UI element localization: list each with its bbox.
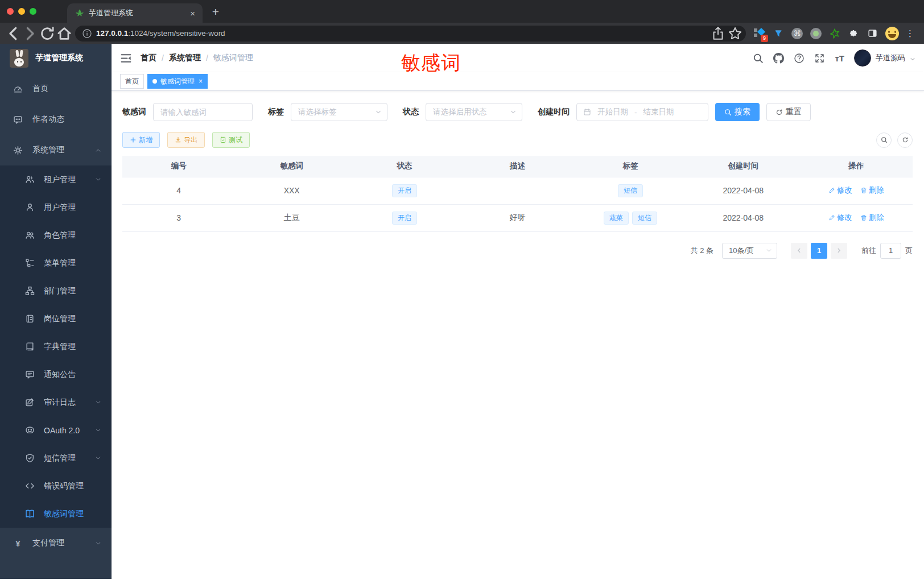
search-button[interactable]: 搜索 (715, 103, 760, 121)
sidebar-item-系统管理[interactable]: 系统管理 (0, 135, 112, 165)
sidebar-item-字典管理[interactable]: 字典管理 (0, 333, 112, 361)
tab-title: 芋道管理系统 (89, 8, 133, 18)
page-number-1[interactable]: 1 (811, 243, 827, 259)
tag-select[interactable]: 请选择标签 (291, 103, 387, 121)
sidebar-item-通知公告[interactable]: 通知公告 (0, 361, 112, 388)
sidebar-item-支付管理[interactable]: ¥支付管理 (0, 528, 112, 558)
breadcrumb-separator: / (206, 53, 208, 63)
cell-created: 2022-04-08 (687, 204, 799, 231)
sidebar-item-label: 错误码管理 (44, 481, 84, 491)
record-icon[interactable] (810, 28, 822, 39)
back-icon[interactable] (5, 25, 22, 42)
emoji-avatar[interactable] (885, 27, 899, 40)
delete-button[interactable]: 删除 (860, 213, 884, 223)
font-size-icon[interactable]: тT (835, 53, 844, 63)
home-icon[interactable] (56, 25, 73, 42)
status-select[interactable]: 请选择启用状态 (426, 103, 522, 121)
breadcrumb-item[interactable]: 首页 (141, 53, 156, 63)
export-button[interactable]: 导出 (167, 132, 205, 148)
app-logo[interactable]: 芋道管理系统 (0, 44, 112, 72)
edit-button-label: 修改 (837, 213, 852, 223)
side-panel-icon[interactable] (867, 28, 878, 39)
view-tab-首页[interactable]: 首页 (120, 74, 144, 89)
sidebar-item-作者动态[interactable]: 作者动态 (0, 104, 112, 135)
edit-button[interactable]: 修改 (828, 185, 852, 196)
tab-close-icon[interactable]: × (188, 9, 197, 18)
sidebar-item-首页[interactable]: 首页 (0, 73, 112, 104)
edit-button[interactable]: 修改 (828, 213, 852, 223)
window-minimize-button[interactable] (18, 8, 25, 15)
puzzle-icon[interactable] (848, 28, 859, 39)
tab-close-icon[interactable]: × (199, 77, 203, 85)
toggle-search-icon[interactable] (876, 132, 892, 148)
extension-badge: 9 (761, 35, 768, 42)
browser-tab[interactable]: 芋道管理系统 × (67, 3, 203, 23)
sidebar-item-菜单管理[interactable]: 菜单管理 (0, 249, 112, 277)
tenant-icon (25, 175, 35, 184)
help-icon[interactable] (794, 53, 805, 64)
command-icon[interactable]: ⌘ (791, 28, 803, 39)
sidebar-item-短信管理[interactable]: 短信管理 (0, 444, 112, 472)
fullscreen-icon[interactable] (814, 53, 825, 64)
next-page-button[interactable] (831, 243, 847, 259)
bookmark-diamond-icon[interactable]: 9 (754, 28, 765, 39)
github-icon[interactable] (773, 53, 784, 64)
goto-page-input[interactable] (880, 243, 901, 259)
sidebar-item-错误码管理[interactable]: 错误码管理 (0, 472, 112, 500)
refresh-table-icon[interactable] (897, 132, 913, 148)
sidebar-item-label: 敏感词管理 (44, 509, 84, 519)
keyword-label: 敏感词 (122, 107, 146, 117)
window-close-button[interactable] (7, 8, 14, 15)
browser-menu-icon[interactable]: ⋮ (905, 28, 919, 39)
keyword-input[interactable] (153, 103, 253, 121)
new-tab-button[interactable]: + (207, 3, 224, 20)
sidebar-item-部门管理[interactable]: 部门管理 (0, 277, 112, 305)
sidebar-item-label: OAuth 2.0 (44, 426, 80, 435)
cell-status: 开启 (348, 177, 461, 204)
user-menu[interactable]: 芋道源码 (854, 49, 915, 67)
column-header: 创建时间 (687, 156, 799, 177)
logo-image (10, 49, 28, 68)
user-icon (25, 202, 35, 212)
app-title: 芋道管理系统 (35, 53, 83, 63)
add-button[interactable]: 新增 (122, 132, 160, 148)
cell-word: XXX (235, 177, 348, 204)
page-size-select[interactable]: 10条/页 (722, 243, 777, 259)
url-bar[interactable]: 127.0.0.1:1024/system/sensitive-word (75, 26, 746, 42)
filter-form: 敏感词 标签 请选择标签 状态 请选择启用状态 (122, 103, 913, 121)
cell-actions: 修改删除 (800, 177, 913, 204)
search-icon[interactable] (753, 53, 764, 64)
sidebar-item-敏感词管理[interactable]: 敏感词管理 (0, 500, 112, 528)
share-icon[interactable] (711, 26, 725, 41)
sidebar-toggle-icon[interactable] (120, 52, 132, 64)
bookmark-star-icon[interactable] (728, 26, 742, 41)
funnel-icon[interactable] (773, 28, 784, 39)
view-tab-敏感词管理[interactable]: 敏感词管理× (147, 74, 208, 89)
sidebar-item-岗位管理[interactable]: 岗位管理 (0, 305, 112, 333)
sidebar-item-OAuth 2.0[interactable]: OAuth 2.0 (0, 416, 112, 444)
prev-page-button[interactable] (791, 243, 807, 259)
page-unit: 页 (905, 246, 913, 256)
tag-badge: 蔬菜 (604, 212, 629, 225)
status-tag: 开启 (392, 212, 417, 225)
site-info-icon[interactable] (82, 28, 92, 39)
sidebar-item-角色管理[interactable]: 角色管理 (0, 221, 112, 249)
sidebar-item-用户管理[interactable]: 用户管理 (0, 193, 112, 221)
window-maximize-button[interactable] (30, 8, 36, 15)
reset-button[interactable]: 重置 (766, 103, 811, 121)
breadcrumb-item[interactable]: 系统管理 (169, 53, 201, 63)
forward-icon[interactable] (22, 25, 39, 42)
sidebar-item-审计日志[interactable]: 审计日志 (0, 388, 112, 416)
test-button[interactable]: 测试 (212, 132, 250, 148)
reload-icon[interactable] (39, 25, 56, 42)
url-host: 127.0.0.1 (96, 29, 128, 38)
delete-button[interactable]: 删除 (860, 185, 884, 196)
sidebar-item-租户管理[interactable]: 租户管理 (0, 165, 112, 193)
dict-icon (25, 342, 35, 351)
green-star-icon[interactable] (829, 28, 840, 39)
plus-icon (130, 136, 137, 143)
date-range-picker[interactable]: 开始日期 - 结束日期 (576, 103, 708, 121)
status-tag: 开启 (392, 184, 417, 197)
book-open-icon (25, 509, 35, 519)
edit-icon (828, 214, 835, 221)
